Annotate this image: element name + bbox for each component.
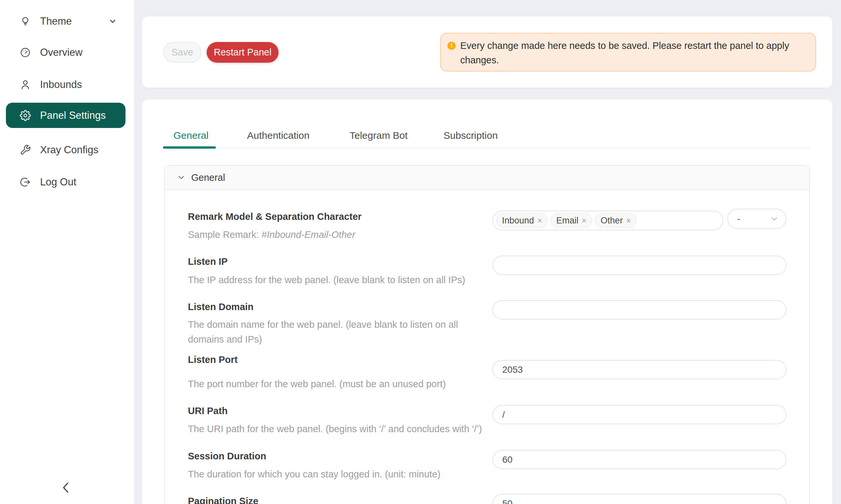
gear-icon [20,110,31,121]
gauge-icon [20,47,31,58]
remark-model-tags-input[interactable]: Inbound × Email × Other × [493,211,723,230]
user-icon [20,79,31,90]
sample-remark-prefix: Sample Remark: [188,229,259,240]
restart-warning-alert: ! Every change made here needs to be sav… [440,33,816,72]
field-desc-uri-path: The URI path for the web panel. (begins … [188,421,482,436]
field-desc-listen-domain: The domain name for the web panel. (leav… [188,317,464,347]
sidebar-item-inbounds[interactable]: Inbounds [6,74,125,95]
section-title: General [191,172,225,183]
tag-remove-icon[interactable]: × [626,217,631,225]
chevron-down-icon [770,215,778,223]
tag-label: Other [601,216,623,226]
field-label-listen-ip: Listen IP [188,255,228,268]
sidebar-item-xray-configs[interactable]: Xray Configs [6,140,125,160]
uri-path-input[interactable] [493,405,787,424]
sidebar-item-log-out[interactable]: Log Out [6,172,125,193]
field-desc-listen-port: The port number for the web panel. (must… [188,377,446,392]
general-section-panel: General Remark Model & Separation Charac… [164,165,810,504]
field-label-session-duration: Session Duration [188,450,267,463]
sidebar-item-label: Inbounds [40,79,82,91]
tag-email: Email × [551,213,592,228]
sidebar-item-panel-settings[interactable]: Panel Settings [6,103,125,128]
field-desc-session-duration: The duration for which you can stay logg… [188,467,441,482]
tag-label: Inbound [502,216,534,226]
sidebar-item-label: Theme [40,15,72,27]
pagination-size-input[interactable] [493,494,787,504]
sidebar-item-label: Log Out [40,176,76,188]
field-label-listen-domain: Listen Domain [188,300,254,313]
field-label-pagination-size: Pagination Size [188,494,258,504]
sidebar-item-label: Panel Settings [40,110,106,121]
tag-remove-icon[interactable]: × [582,217,587,225]
tab-telegram-bot[interactable]: Telegram Bot [349,129,408,142]
chevron-down-icon [177,174,185,181]
sidebar: Theme Overview Inbounds [0,0,134,504]
listen-domain-input[interactable] [493,300,787,320]
field-desc-listen-ip: The IP address for the web panel. (leave… [188,273,465,287]
tag-remove-icon[interactable]: × [537,217,543,225]
logout-icon [20,177,31,188]
listen-port-input[interactable] [493,360,787,379]
tag-label: Email [556,216,579,226]
tab-authentication[interactable]: Authentication [247,129,309,142]
session-duration-input[interactable] [493,450,787,469]
separation-character-select[interactable]: - [727,209,787,229]
field-label-remark-model: Remark Model & Separation Character [188,210,362,223]
active-tab-indicator [163,146,216,149]
save-button[interactable]: Save [163,42,201,63]
tag-inbound: Inbound × [496,213,548,228]
field-label-listen-port: Listen Port [188,353,238,366]
toolbar-card: Save Restart Panel ! Every change made h… [142,16,833,88]
warning-exclamation-icon: ! [447,42,456,50]
sidebar-item-label: Overview [40,47,83,58]
field-desc-remark-model: Sample Remark: #Inbound-Email-Other [188,228,355,242]
restart-panel-button[interactable]: Restart Panel [207,42,279,63]
tab-bar-divider [164,148,810,148]
chevron-left-icon [62,482,70,493]
listen-ip-input[interactable] [493,256,787,275]
sidebar-item-overview[interactable]: Overview [6,42,125,63]
sidebar-collapse-button[interactable] [58,480,73,496]
tab-general[interactable]: General [173,129,209,142]
tab-subscription[interactable]: Subscription [444,129,498,142]
tag-other: Other × [595,213,636,228]
lightbulb-icon [20,16,31,27]
field-label-uri-path: URI Path [188,404,228,417]
alert-message: Every change made here needs to be saved… [460,38,806,67]
settings-card: General Authentication Telegram Bot Subs… [142,100,833,504]
general-section-header[interactable]: General [165,166,809,190]
chevron-down-icon [108,17,117,25]
sidebar-item-label: Xray Configs [40,144,98,156]
selected-separator: - [737,214,740,224]
wrench-icon [20,144,31,156]
sidebar-item-theme[interactable]: Theme [6,11,125,32]
sample-remark-value: #Inbound-Email-Other [261,229,355,240]
